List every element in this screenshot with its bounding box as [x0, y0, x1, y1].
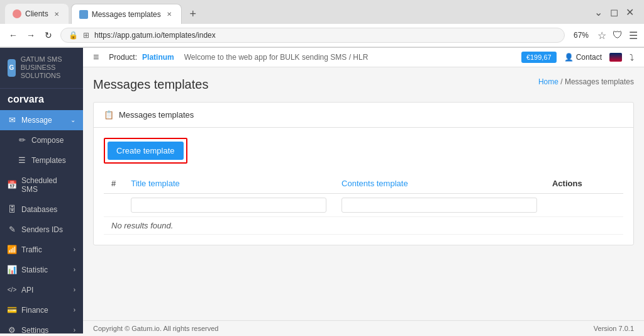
col-title[interactable]: Title template [123, 174, 334, 194]
refresh-button[interactable]: ↻ [42, 28, 55, 42]
sidebar-item-label-api: API [21, 286, 33, 294]
card-header-icon: 📋 [104, 110, 114, 120]
app-layout: G GATUM SMS BUSINESS SOLUTIONS corvara ✉… [0, 48, 644, 333]
databases-icon: 🗄 [8, 205, 16, 214]
filter-num-cell [104, 194, 123, 217]
browser-actions: ☆ 🛡 ☰ [597, 30, 638, 42]
main-content: Messages templates Home / Messages templ… [83, 67, 644, 333]
card-header: 📋 Messages templates [94, 103, 633, 128]
table-body: No results found. [104, 217, 623, 235]
hamburger-menu[interactable]: ≡ [93, 52, 99, 63]
statistic-chevron-icon: › [74, 266, 75, 273]
clients-tab-label: Clients [25, 9, 48, 18]
tab-clients[interactable]: Clients ✕ [5, 4, 69, 24]
sidebar-item-label-compose: Compose [31, 136, 64, 145]
templates-tab-close[interactable]: ✕ [165, 10, 174, 19]
new-tab-button[interactable]: + [184, 5, 202, 23]
tab-bar: Clients ✕ Messages templates ✕ + ⌄ ◻ ✕ [0, 0, 644, 24]
top-bar-welcome: Welcome to the web app for BULK sending … [174, 53, 521, 62]
filter-contents-input[interactable] [341, 198, 537, 213]
minimize-icon[interactable]: ⌄ [594, 6, 602, 18]
url-text: https://app.gatum.io/templates/index [94, 31, 557, 40]
back-button[interactable]: ← [6, 28, 20, 42]
forward-button[interactable]: → [24, 28, 38, 42]
product-plan: Platinum [142, 53, 174, 62]
no-results-cell: No results found. [104, 217, 623, 235]
sidebar-item-traffic[interactable]: 📶 Traffic › [0, 240, 83, 260]
footer: Copyright © Gatum.io. All rights reserve… [83, 320, 644, 333]
restore-icon[interactable]: ◻ [610, 6, 618, 18]
card-body: Create template # Title template Content… [94, 128, 633, 245]
templates-icon: ☰ [18, 156, 26, 165]
zoom-level: 67% [570, 30, 592, 41]
language-flag-icon[interactable] [609, 53, 622, 62]
address-bar: ← → ↻ 🔒 ⊞ https://app.gatum.io/templates… [0, 24, 644, 47]
sidebar-item-scheduled[interactable]: 📅 Scheduled SMS [0, 171, 83, 199]
sidebar-item-label-message: Message [21, 116, 52, 125]
sidebar-item-databases[interactable]: 🗄 Databases [0, 199, 83, 220]
scheduled-icon: 📅 [8, 181, 16, 189]
sidebar-item-message[interactable]: ✉ Message ⌄ [0, 110, 83, 130]
clients-favicon [13, 9, 21, 18]
traffic-chevron-icon: › [74, 246, 75, 253]
contact-person-icon: 👤 [564, 53, 574, 62]
sidebar-item-label-databases: Databases [21, 205, 57, 214]
sidebar-item-finance[interactable]: 💳 Finance › [0, 300, 83, 320]
brand-logo: G [8, 59, 16, 77]
api-chevron-icon: › [74, 286, 75, 293]
sidebar-item-templates[interactable]: ☰ Templates [0, 150, 83, 171]
sidebar-brand: G GATUM SMS BUSINESS SOLUTIONS [0, 48, 83, 89]
sidebar-item-settings[interactable]: ⚙ Settings › [0, 320, 83, 333]
ssl-icon: ⊞ [83, 31, 89, 40]
breadcrumb-current: Messages templates [565, 77, 634, 86]
create-template-button[interactable]: Create template [108, 142, 184, 160]
sidebar-item-compose[interactable]: ✏ Compose [0, 130, 83, 150]
sidebar: G GATUM SMS BUSINESS SOLUTIONS corvara ✉… [0, 48, 83, 333]
footer-copyright: Copyright © Gatum.io. All rights reserve… [93, 325, 218, 332]
logout-icon[interactable]: ⤵ [630, 52, 634, 62]
col-num: # [104, 174, 123, 194]
col-actions: Actions [545, 174, 623, 194]
templates-favicon [79, 10, 88, 19]
sidebar-item-label-templates: Templates [31, 156, 66, 165]
sidebar-item-api[interactable]: </> API › [0, 280, 83, 300]
col-contents[interactable]: Contents template [334, 174, 545, 194]
api-icon: </> [8, 286, 16, 294]
filter-actions-cell [545, 194, 623, 217]
page-header: Messages templates Home / Messages templ… [93, 77, 634, 92]
sidebar-item-senders[interactable]: ✎ Senders IDs [0, 220, 83, 240]
sidebar-item-label-statistic: Statistic [21, 266, 48, 274]
nav-buttons: ← → ↻ [6, 28, 55, 42]
window-controls: ⌄ ◻ ✕ [589, 6, 639, 22]
extensions-icon[interactable]: ☰ [629, 30, 638, 42]
breadcrumb: Home / Messages templates [538, 77, 634, 86]
shield-icon[interactable]: 🛡 [613, 30, 623, 41]
url-bar[interactable]: 🔒 ⊞ https://app.gatum.io/templates/index [60, 28, 565, 43]
bookmark-icon[interactable]: ☆ [597, 30, 606, 42]
security-icon: 🔒 [69, 31, 78, 40]
filter-title-cell [123, 194, 334, 217]
finance-chevron-icon: › [74, 306, 75, 313]
balance-badge: €199,67 [521, 52, 557, 63]
traffic-icon: 📶 [8, 245, 16, 254]
top-bar-right: €199,67 👤 Contact ⤵ [521, 52, 634, 63]
product-label: Product: [109, 53, 137, 62]
close-icon[interactable]: ✕ [626, 6, 634, 18]
filter-contents-cell [334, 194, 545, 217]
filter-title-input[interactable] [131, 198, 326, 213]
sidebar-nav: ✉ Message ⌄ ✏ Compose ☰ Templates 📅 Sche… [0, 110, 83, 333]
breadcrumb-home[interactable]: Home [538, 77, 558, 86]
templates-card: 📋 Messages templates Create template # T… [93, 102, 634, 245]
sidebar-item-label-finance: Finance [21, 306, 48, 315]
finance-icon: 💳 [8, 306, 16, 315]
card-header-label: Messages templates [119, 110, 194, 120]
contact-button[interactable]: 👤 Contact [564, 53, 602, 62]
clients-tab-close[interactable]: ✕ [52, 9, 61, 18]
templates-tab-label: Messages templates [92, 10, 161, 19]
browser-chrome: Clients ✕ Messages templates ✕ + ⌄ ◻ ✕ ←… [0, 0, 644, 48]
sidebar-item-label-traffic: Traffic [21, 245, 42, 254]
settings-chevron-icon: › [74, 327, 75, 333]
tab-messages-templates[interactable]: Messages templates ✕ [71, 4, 182, 24]
sidebar-item-statistic[interactable]: 📊 Statistic › [0, 260, 83, 280]
table-filter-row [104, 194, 623, 217]
